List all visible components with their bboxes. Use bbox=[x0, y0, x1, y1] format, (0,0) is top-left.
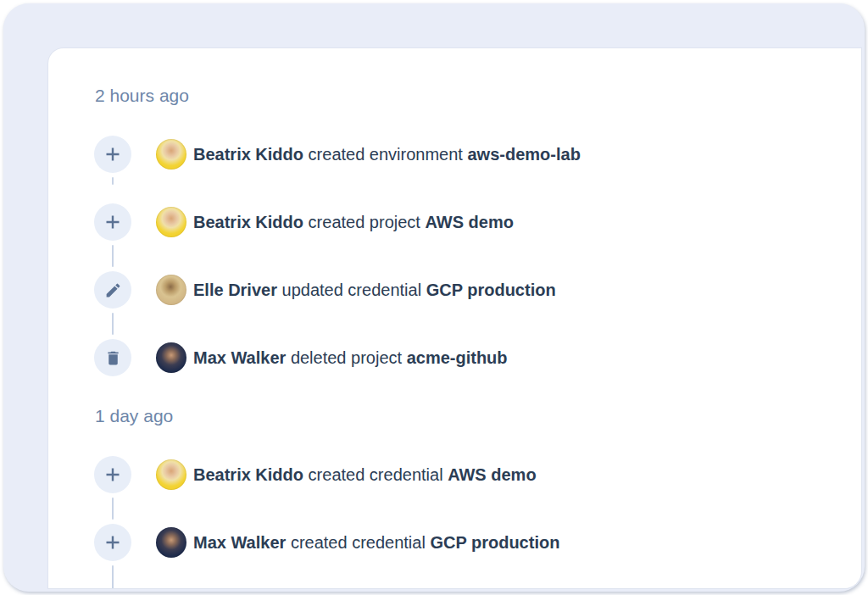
action-text: created project bbox=[309, 213, 420, 231]
backdrop-frame: 2 hours ago Beatrix Kiddo created enviro… bbox=[3, 3, 865, 592]
group-label-2-hours-ago: 2 hours ago bbox=[95, 85, 861, 107]
create-action-badge bbox=[94, 456, 131, 493]
activity-text: Beatrix Kiddo created environment aws-de… bbox=[193, 145, 581, 164]
user-name: Max Walker bbox=[193, 533, 286, 552]
avatar-max-walker bbox=[156, 527, 186, 558]
avatar-max-walker bbox=[156, 342, 186, 373]
user-name: Beatrix Kiddo bbox=[193, 213, 303, 231]
activity-text: Beatrix Kiddo created project AWS demo bbox=[193, 213, 514, 232]
activity-text: Max Walker created credential GCP produc… bbox=[193, 533, 559, 553]
activity-feed-card: 2 hours ago Beatrix Kiddo created enviro… bbox=[48, 48, 861, 588]
user-name: Elle Driver bbox=[193, 281, 277, 299]
action-text: created environment bbox=[309, 145, 463, 164]
create-action-badge bbox=[94, 203, 131, 241]
activity-group: Beatrix Kiddo created credential AWS dem… bbox=[48, 441, 861, 576]
target-name: GCP production bbox=[426, 281, 556, 299]
activity-row[interactable]: Beatrix Kiddo created project AWS demo bbox=[48, 188, 861, 256]
target-name: AWS demo bbox=[425, 213, 513, 231]
user-name: Beatrix Kiddo bbox=[193, 465, 303, 484]
target-name: acme-github bbox=[407, 348, 508, 367]
activity-text: Max Walker deleted project acme-github bbox=[193, 348, 508, 368]
activity-row[interactable]: Elle Driver updated credential GCP produ… bbox=[48, 256, 861, 324]
plus-icon bbox=[103, 144, 123, 164]
plus-icon bbox=[103, 532, 123, 553]
activity-text: Beatrix Kiddo created credential AWS dem… bbox=[193, 465, 537, 485]
activity-text: Elle Driver updated credential GCP produ… bbox=[193, 281, 556, 300]
plus-icon bbox=[103, 212, 123, 232]
avatar-beatrix-kiddo bbox=[156, 459, 186, 490]
create-action-badge bbox=[94, 136, 131, 173]
group-label-1-day-ago: 1 day ago bbox=[95, 405, 861, 427]
action-text: deleted project bbox=[291, 348, 402, 367]
activity-row[interactable]: Beatrix Kiddo created environment aws-de… bbox=[48, 120, 861, 188]
action-text: created credential bbox=[291, 533, 426, 552]
timeline-connector bbox=[112, 177, 114, 185]
action-text: created credential bbox=[309, 465, 443, 484]
avatar-beatrix-kiddo bbox=[156, 207, 186, 237]
delete-action-badge bbox=[94, 339, 131, 376]
activity-group: Beatrix Kiddo created environment aws-de… bbox=[48, 120, 861, 392]
plus-icon bbox=[103, 464, 123, 485]
trash-icon bbox=[104, 349, 122, 367]
activity-row[interactable]: Max Walker created credential GCP produc… bbox=[48, 509, 861, 576]
action-text: updated credential bbox=[282, 281, 422, 299]
user-name: Max Walker bbox=[193, 348, 286, 367]
user-name: Beatrix Kiddo bbox=[193, 145, 303, 164]
target-name: aws-demo-lab bbox=[467, 145, 580, 164]
avatar-beatrix-kiddo bbox=[156, 139, 186, 170]
update-action-badge bbox=[94, 271, 131, 309]
activity-row[interactable]: Beatrix Kiddo created credential AWS dem… bbox=[48, 441, 861, 509]
target-name: GCP production bbox=[430, 533, 559, 552]
avatar-elle-driver bbox=[156, 275, 186, 305]
pencil-icon bbox=[104, 281, 122, 299]
activity-row[interactable]: Max Walker deleted project acme-github bbox=[48, 324, 861, 392]
target-name: AWS demo bbox=[448, 465, 536, 484]
create-action-badge bbox=[94, 524, 131, 561]
timeline-connector bbox=[112, 565, 114, 588]
